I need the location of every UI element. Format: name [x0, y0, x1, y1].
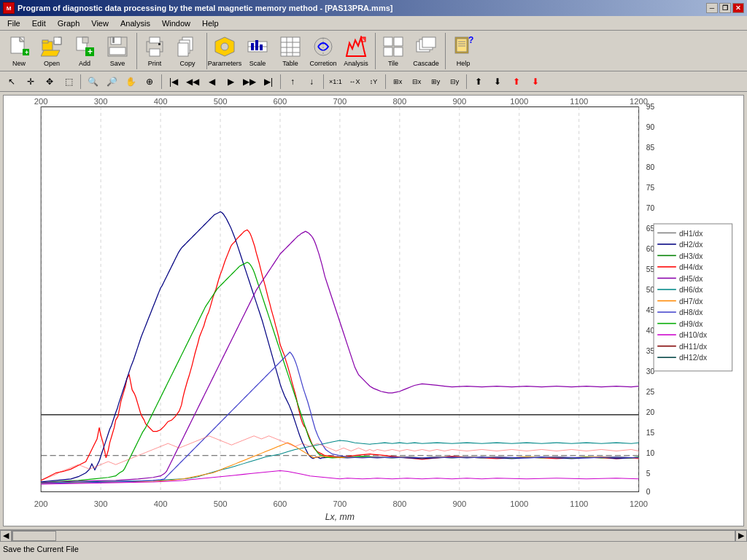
print-button[interactable]: Print: [139, 34, 171, 69]
scroll-left-button[interactable]: ◀: [0, 530, 12, 542]
help-button[interactable]: ? Help: [447, 34, 479, 69]
play-back[interactable]: ◀◀: [184, 73, 201, 90]
arrow-down-nav[interactable]: ⬇: [489, 73, 506, 90]
step-forward[interactable]: ▶: [222, 73, 239, 90]
add-icon: +: [73, 35, 96, 58]
svg-text:400: 400: [154, 97, 168, 106]
move-tool[interactable]: ✥: [41, 73, 58, 90]
toolbar-group-help: ? Help: [447, 33, 482, 69]
x1-nav[interactable]: ×1:1: [327, 73, 344, 90]
svg-text:?: ?: [468, 36, 473, 45]
svg-text:25: 25: [646, 388, 655, 396]
new-icon: +: [7, 35, 31, 58]
play-forward-end[interactable]: ▶|: [260, 73, 277, 90]
table-button[interactable]: Table: [274, 34, 306, 69]
toolbar-group-window: Tile Cascade: [377, 33, 446, 69]
play-forward[interactable]: ▶▶: [241, 73, 258, 90]
cascade-button[interactable]: Cascade: [410, 34, 442, 69]
corretion-button[interactable]: Corretion: [307, 34, 339, 69]
menu-help[interactable]: Help: [196, 16, 225, 30]
zoom-dy[interactable]: ⊟y: [446, 73, 463, 90]
window-title: Program of diagnostic data processing by…: [18, 4, 392, 12]
menu-edit[interactable]: Edit: [26, 16, 52, 30]
minimize-button[interactable]: ─: [706, 3, 718, 13]
svg-rect-14: [112, 37, 115, 43]
svg-text:90: 90: [646, 123, 655, 131]
svg-rect-27: [251, 43, 254, 50]
chart-svg: 200 300 400 500 600 700 800 900 1000 110…: [4, 96, 743, 526]
zoom-y[interactable]: ⊞y: [427, 73, 444, 90]
crosshair2-tool[interactable]: ⊕: [141, 73, 158, 90]
scale-button[interactable]: Scale: [241, 34, 274, 69]
analysis-label: Analysis: [344, 60, 368, 67]
app-icon: M: [3, 2, 15, 14]
select-tool[interactable]: ⬚: [60, 73, 77, 90]
scale-icon: [246, 35, 269, 58]
tile-button[interactable]: Tile: [377, 34, 409, 69]
parameters-button[interactable]: Parameters: [209, 34, 241, 69]
status-message: Save the Current File: [3, 545, 79, 553]
svg-text:+: +: [25, 49, 28, 56]
step-back[interactable]: ◀: [203, 73, 220, 90]
cascade-icon: [414, 35, 438, 58]
svg-text:800: 800: [392, 97, 406, 106]
arrow-up2-nav[interactable]: ⬆: [508, 73, 525, 90]
menu-graph[interactable]: Graph: [52, 16, 86, 30]
play-back-end[interactable]: |◀: [165, 73, 182, 90]
pan-tool[interactable]: ✋: [122, 73, 139, 90]
open-button[interactable]: Open: [36, 34, 68, 69]
menu-window[interactable]: Window: [156, 16, 196, 30]
table-label: Table: [282, 60, 298, 67]
svg-text:900: 900: [452, 97, 466, 106]
svg-text:800: 800: [392, 499, 406, 508]
copy-label: Copy: [179, 60, 195, 67]
menu-file[interactable]: File: [1, 16, 26, 30]
new-button[interactable]: + New: [3, 34, 35, 69]
menu-analysis[interactable]: Analysis: [115, 16, 156, 30]
zoom-x[interactable]: ⊞x: [389, 73, 406, 90]
menu-view[interactable]: View: [85, 16, 115, 30]
add-button[interactable]: + Add: [69, 34, 101, 69]
scroll-track[interactable]: [12, 530, 735, 542]
fit-y[interactable]: ↕Y: [365, 73, 382, 90]
svg-text:400: 400: [154, 499, 168, 508]
up-arrow[interactable]: ↑: [284, 73, 301, 90]
svg-text:0: 0: [646, 487, 651, 495]
arrow-up-nav[interactable]: ⬆: [470, 73, 487, 90]
crosshair-tool[interactable]: ✛: [22, 73, 39, 90]
print-icon: [143, 35, 166, 58]
svg-rect-9: [82, 37, 88, 43]
svg-text:600: 600: [274, 499, 287, 508]
svg-text:dH10/dx: dH10/dx: [679, 331, 708, 339]
svg-rect-28: [255, 40, 258, 50]
restore-button[interactable]: ❐: [719, 3, 731, 13]
svg-text:75: 75: [646, 184, 655, 192]
arrow-down2-nav[interactable]: ⬇: [527, 73, 544, 90]
zoom-out-tool[interactable]: 🔎: [103, 73, 120, 90]
copy-button[interactable]: Copy: [171, 34, 204, 69]
svg-rect-44: [394, 47, 403, 56]
save-button[interactable]: Save: [101, 34, 133, 69]
analysis-button[interactable]: Analysis: [340, 34, 372, 69]
open-label: Open: [44, 60, 60, 67]
zoom-in-tool[interactable]: 🔍: [84, 73, 101, 90]
svg-text:200: 200: [34, 499, 48, 508]
svg-text:200: 200: [34, 97, 48, 106]
scroll-thumb[interactable]: [12, 531, 56, 541]
save-label: Save: [110, 60, 125, 67]
chart-container: 200 300 400 500 600 700 800 900 1000 110…: [3, 95, 744, 526]
scroll-right-button[interactable]: ▶: [735, 530, 747, 542]
add-label: Add: [79, 60, 90, 67]
svg-text:300: 300: [94, 97, 108, 106]
copy-icon: [176, 35, 199, 58]
arrow-tool[interactable]: ↖: [3, 73, 20, 90]
save-icon: [106, 35, 129, 58]
svg-rect-7: [54, 37, 61, 44]
fit-x[interactable]: ↔X: [346, 73, 363, 90]
svg-text:dH2/dx: dH2/dx: [679, 241, 703, 249]
close-button[interactable]: ✕: [732, 3, 744, 13]
zoom-dx[interactable]: ⊟x: [408, 73, 425, 90]
h-scrollbar[interactable]: ◀ ▶: [0, 529, 747, 541]
svg-text:85: 85: [646, 143, 655, 151]
down-arrow[interactable]: ↓: [303, 73, 320, 90]
